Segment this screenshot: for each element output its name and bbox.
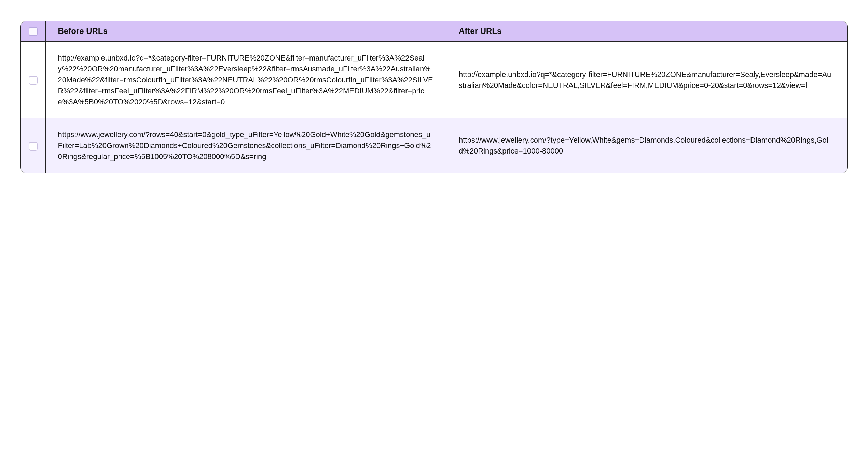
url-comparison-table: Before URLs After URLs http://example.un…	[20, 21, 848, 173]
row-checkbox[interactable]	[29, 76, 38, 85]
before-url-cell: http://example.unbxd.io?q=*&category-fil…	[45, 42, 446, 118]
select-all-cell	[21, 21, 45, 42]
table-row: https://www.jewellery.com/?rows=40&start…	[21, 118, 847, 173]
column-header-after: After URLs	[446, 21, 848, 42]
column-header-before: Before URLs	[45, 21, 446, 42]
select-all-checkbox[interactable]	[29, 27, 38, 36]
row-checkbox[interactable]	[29, 142, 38, 151]
row-select-cell	[21, 118, 45, 173]
before-url-cell: https://www.jewellery.com/?rows=40&start…	[45, 118, 446, 173]
table-header-row: Before URLs After URLs	[21, 21, 847, 42]
after-url-cell: http://example.unbxd.io?q=*&category-fil…	[446, 42, 848, 118]
table-row: http://example.unbxd.io?q=*&category-fil…	[21, 42, 847, 118]
after-url-cell: https://www.jewellery.com/?type=Yellow,W…	[446, 118, 848, 173]
row-select-cell	[21, 42, 45, 118]
